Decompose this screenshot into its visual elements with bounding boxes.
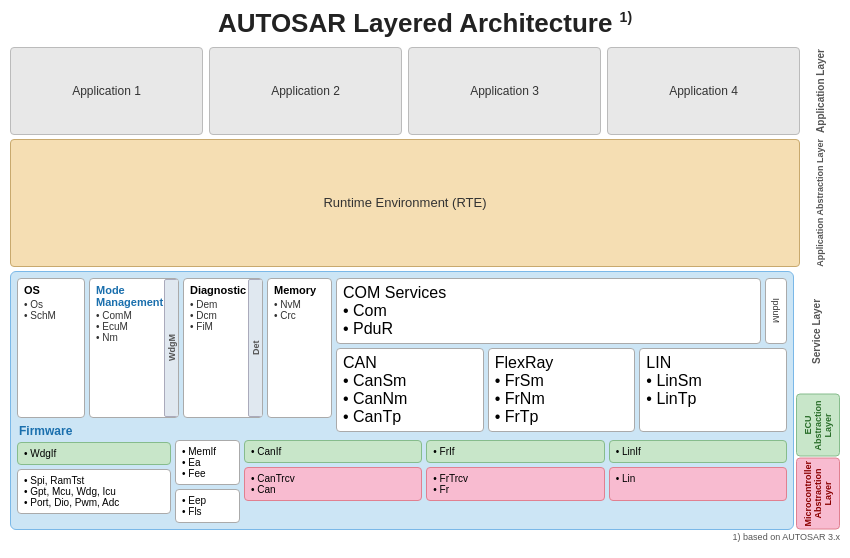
fr-item-1: • FrNm — [495, 390, 629, 408]
mem-item-1: • Crc — [274, 310, 325, 321]
diag-title: Diagnostic — [190, 284, 256, 296]
det-label: Det — [248, 279, 263, 417]
spi-box: • Spi, RamTst • Gpt, Mcu, Wdg, Icu • Por… — [17, 469, 171, 514]
can-item-0: • CanSm — [343, 372, 477, 390]
mode-item-2: • Nm — [96, 332, 172, 343]
app-layer-label: Application Layer — [800, 47, 840, 135]
mid-bottom: • MemIf • Ea • Fee • Eep • Fls — [175, 440, 240, 523]
diag-item-2: • FiM — [190, 321, 256, 332]
os-item-0: • Os — [24, 299, 78, 310]
mem-item-0: • NvM — [274, 299, 325, 310]
firmware-section: Firmware • WdgIf • Spi, RamTst • Gpt, Mc… — [17, 422, 171, 523]
com-item-0: • Com — [343, 302, 754, 320]
row-top: OS • Os • SchM Mode Management • ComM • … — [17, 278, 787, 418]
service-layer-label: Service Layer — [796, 271, 836, 392]
frtrcv-box: • FrTrcv • Fr — [426, 467, 604, 501]
cantrcv-item-0: • CanTrcv — [251, 473, 415, 484]
cantrcv-item-1: • Can — [251, 484, 415, 495]
frlf-box: • FrIf — [426, 440, 604, 463]
com-top: COM Services • Com • PduR IpduM — [336, 278, 787, 344]
canif-item-0: • CanIf — [251, 446, 415, 457]
app-boxes: Application 1 Application 2 Application … — [10, 47, 800, 135]
mode-item-0: • ComM — [96, 310, 172, 321]
memif-item-2: • Fee — [182, 468, 233, 479]
frtrcv-item-0: • FrTrcv — [433, 473, 597, 484]
right-labels: Service Layer ECU Abstraction Layer Micr… — [796, 271, 840, 530]
wdgm-label: WdgM — [164, 279, 179, 417]
com-services-box: COM Services • Com • PduR — [336, 278, 761, 344]
spi-item-0: • Spi, RamTst — [24, 475, 164, 486]
os-box: OS • Os • SchM — [17, 278, 85, 418]
app-box-4: Application 4 — [607, 47, 800, 135]
right-bottom: • CanIf • FrIf • LinIf • CanTrcv • Can — [244, 440, 787, 523]
mem-box: Memory • NvM • Crc — [267, 278, 332, 418]
wdglf-box: • WdgIf — [17, 442, 171, 465]
eep-box: • Eep • Fls — [175, 489, 240, 523]
can-box: CAN • CanSm • CanNm • CanTp — [336, 348, 484, 432]
eep-item-1: • Fls — [182, 506, 233, 517]
app-box-2: Application 2 — [209, 47, 402, 135]
canif-box: • CanIf — [244, 440, 422, 463]
mem-title: Memory — [274, 284, 325, 296]
cantrcv-row: • CanTrcv • Can • FrTrcv • Fr • Lin — [244, 467, 787, 501]
cantrcv-box: • CanTrcv • Can — [244, 467, 422, 501]
eep-item-0: • Eep — [182, 495, 233, 506]
rte-box: Runtime Environment (RTE) — [10, 139, 800, 267]
protocol-row: CAN • CanSm • CanNm • CanTp FlexRay • Fr… — [336, 348, 787, 432]
blue-container: OS • Os • SchM Mode Management • ComM • … — [10, 271, 794, 530]
app-box-3: Application 3 — [408, 47, 601, 135]
canif-row: • CanIf • FrIf • LinIf — [244, 440, 787, 463]
mode-title: Mode Management — [96, 284, 172, 308]
flexray-title: FlexRay — [495, 354, 629, 372]
os-title: OS — [24, 284, 78, 296]
footnote: 1) based on AUTOSAR 3.x — [10, 532, 840, 542]
diag-item-0: • Dem — [190, 299, 256, 310]
flexray-box: FlexRay • FrSm • FrNm • FrTp — [488, 348, 636, 432]
lin-item-0: • LinSm — [646, 372, 780, 390]
com-title: COM Services — [343, 284, 754, 302]
wdglf-item-0: • WdgIf — [24, 448, 164, 459]
bottom-section: Firmware • WdgIf • Spi, RamTst • Gpt, Mc… — [17, 422, 787, 523]
can-item-1: • CanNm — [343, 390, 477, 408]
app-box-1: Application 1 — [10, 47, 203, 135]
memif-item-1: • Ea — [182, 457, 233, 468]
lin-bottom-item-0: • Lin — [616, 473, 780, 484]
page-title: AUTOSAR Layered Architecture 1) — [10, 8, 840, 39]
frlf-item-0: • FrIf — [433, 446, 597, 457]
spi-item-2: • Port, Dio, Pwm, Adc — [24, 497, 164, 508]
diag-item-1: • Dcm — [190, 310, 256, 321]
fr-item-0: • FrSm — [495, 372, 629, 390]
linlf-item-0: • LinIf — [616, 446, 780, 457]
rte-container: Runtime Environment (RTE) Application Ab… — [10, 139, 840, 267]
ecu-abstraction-label: ECU Abstraction Layer — [796, 394, 840, 457]
linlf-box: • LinIf — [609, 440, 787, 463]
mode-box: Mode Management • ComM • EcuM • Nm WdgM — [89, 278, 179, 418]
diag-box: Diagnostic • Dem • Dcm • FiM Det — [183, 278, 263, 418]
lin-box-top: LIN • LinSm • LinTp — [639, 348, 787, 432]
os-item-1: • SchM — [24, 310, 78, 321]
app-layer-container: Application 1 Application 2 Application … — [10, 47, 840, 135]
main-area: OS • Os • SchM Mode Management • ComM • … — [10, 271, 840, 530]
ipdum-box: IpduM — [765, 278, 787, 344]
com-area: COM Services • Com • PduR IpduM CAN • Ca… — [336, 278, 787, 418]
mcu-abstraction-label: Microcontroller Abstraction Layer — [796, 458, 840, 530]
mode-item-1: • EcuM — [96, 321, 172, 332]
can-title: CAN — [343, 354, 477, 372]
memif-box: • MemIf • Ea • Fee — [175, 440, 240, 485]
lin-bottom-box: • Lin — [609, 467, 787, 501]
spi-item-1: • Gpt, Mcu, Wdg, Icu — [24, 486, 164, 497]
lin-title: LIN — [646, 354, 780, 372]
memif-item-0: • MemIf — [182, 446, 233, 457]
frtrcv-item-1: • Fr — [433, 484, 597, 495]
rte-label: Application Abstraction Layer — [800, 139, 840, 267]
firmware-label: Firmware — [17, 422, 171, 438]
com-item-1: • PduR — [343, 320, 754, 338]
lin-item-1: • LinTp — [646, 390, 780, 408]
